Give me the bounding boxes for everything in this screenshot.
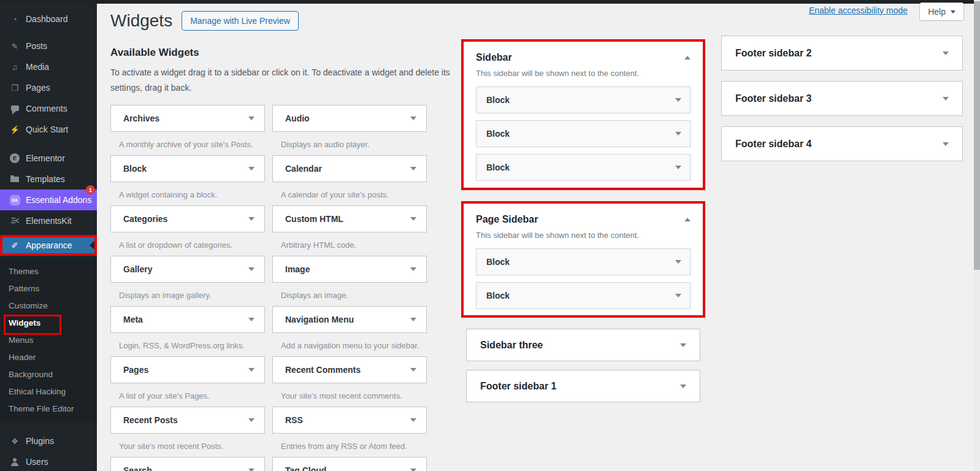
block-widget[interactable]: Block — [476, 282, 691, 309]
submenu-item-themes[interactable]: Themes — [0, 262, 97, 280]
widget-description: Displays an image gallery. — [119, 291, 265, 300]
widget-card-audio[interactable]: Audio — [272, 105, 427, 132]
submenu-item-patterns[interactable]: Patterns — [0, 280, 97, 297]
widget-card-custom-html[interactable]: Custom HTML — [272, 205, 427, 232]
block-widget[interactable]: Block — [476, 120, 691, 147]
chevron-down-icon[interactable] — [410, 117, 416, 120]
admin-sidebar: ◔ Dashboard ✎ Posts ♫ Media ❐ Pages Comm… — [0, 0, 97, 471]
widget-card-navigation-menu[interactable]: Navigation Menu — [272, 306, 427, 333]
widget-description: Your site's most recent Posts. — [119, 442, 265, 451]
chevron-down-icon[interactable] — [675, 132, 681, 136]
sidebar-item-essential-addons[interactable]: EA Essential Addons 1 — [0, 190, 97, 210]
widget-card-pages[interactable]: Pages — [110, 356, 265, 383]
sidebar-item-elementor[interactable]: E Elementor — [0, 148, 97, 169]
widget-description: A widget containing a block. — [119, 190, 265, 199]
scrollbar-track — [974, 0, 980, 471]
widget-name: Recent Posts — [123, 415, 178, 425]
sidebar-area-panel-collapsed[interactable]: Footer sidebar 3 — [721, 81, 963, 116]
chevron-down-icon[interactable] — [410, 217, 416, 221]
manage-live-preview-button[interactable]: Manage with Live Preview — [182, 11, 299, 31]
sidebar-item-appearance[interactable]: ✐ Appearance — [0, 235, 97, 256]
widget-card-categories[interactable]: Categories — [110, 205, 265, 232]
media-icon: ♫ — [9, 63, 20, 72]
widget-card-search[interactable]: Search — [110, 457, 265, 471]
scrollbar-thumb[interactable] — [974, 1, 980, 270]
widget-name: Gallery — [123, 264, 152, 274]
notification-badge: 1 — [86, 185, 95, 194]
sidebar-item-label: Essential Addons — [26, 195, 91, 205]
page-sidebar-panel-highlighted: Page Sidebar This sidebar will be shown … — [461, 201, 705, 318]
sidebar-item-users[interactable]: Users — [0, 451, 97, 471]
sidebar-item-templates[interactable]: Templates — [0, 169, 97, 190]
chevron-down-icon[interactable] — [410, 368, 416, 372]
chevron-down-icon[interactable] — [248, 368, 255, 372]
chevron-down-icon[interactable] — [410, 267, 416, 271]
submenu-item-background[interactable]: Background — [0, 366, 97, 383]
chevron-down-icon[interactable] — [248, 469, 255, 471]
chevron-down-icon[interactable] — [680, 385, 686, 388]
widget-card-image[interactable]: Image — [272, 256, 427, 283]
chevron-down-icon[interactable] — [248, 217, 255, 221]
submenu-label: Themes — [9, 267, 39, 276]
chevron-down-icon[interactable] — [675, 294, 681, 297]
submenu-item-widgets[interactable]: Widgets — [0, 314, 97, 331]
submenu-item-ethical-hacking[interactable]: Ethical Hacking — [0, 383, 97, 400]
sidebar-item-media[interactable]: ♫ Media — [0, 56, 97, 77]
chevron-down-icon[interactable] — [248, 117, 255, 120]
block-widget[interactable]: Block — [476, 154, 691, 181]
sidebar-item-label: Templates — [26, 174, 65, 184]
chevron-down-icon[interactable] — [943, 97, 949, 101]
chevron-up-icon[interactable] — [684, 56, 691, 59]
chevron-down-icon[interactable] — [675, 260, 681, 264]
chevron-down-icon[interactable] — [410, 318, 416, 321]
submenu-item-menus[interactable]: Menus — [0, 331, 97, 348]
submenu-item-customize[interactable]: Customize — [0, 297, 97, 314]
chevron-down-icon[interactable] — [410, 418, 416, 422]
enable-accessibility-mode-link[interactable]: Enable accessibility mode — [809, 6, 908, 15]
sidebar-item-label: Users — [26, 457, 48, 467]
sidebar-area-panel-collapsed[interactable]: Footer sidebar 4 — [721, 126, 963, 161]
sidebar-item-elementskit[interactable]: Ξ< ElementsKit — [0, 210, 97, 231]
sidebar-item-quick-start[interactable]: ⚡ Quick Start — [0, 119, 97, 140]
chevron-down-icon[interactable] — [943, 142, 949, 146]
block-widget[interactable]: Block — [476, 248, 691, 275]
widget-card-rss[interactable]: RSS — [272, 407, 427, 434]
widget-card-gallery[interactable]: Gallery — [110, 256, 265, 283]
chevron-up-icon[interactable] — [684, 218, 691, 221]
widget-card-calendar[interactable]: Calendar — [272, 155, 427, 182]
widget-card-recent-comments[interactable]: Recent Comments — [272, 356, 427, 383]
chevron-down-icon[interactable] — [675, 166, 681, 169]
chevron-down-icon[interactable] — [680, 343, 686, 347]
sidebar-area-panel-collapsed[interactable]: Footer sidebar 2 — [721, 36, 963, 71]
submenu-label: Menus — [9, 335, 34, 345]
chevron-down-icon[interactable] — [410, 469, 416, 471]
widget-description: Your site's most recent comments. — [281, 391, 427, 400]
sidebar-item-comments[interactable]: Comments — [0, 98, 97, 119]
chevron-down-icon[interactable] — [248, 318, 255, 321]
chevron-down-icon[interactable] — [410, 167, 416, 170]
widget-card-block[interactable]: Block — [110, 155, 265, 182]
sidebar-item-plugins[interactable]: ❖ Plugins — [0, 431, 97, 451]
sidebar-area-title: Footer sidebar 3 — [735, 93, 811, 104]
submenu-item-theme-file-editor[interactable]: Theme File Editor — [0, 400, 97, 417]
sidebar-item-dashboard[interactable]: ◔ Dashboard — [0, 9, 97, 29]
chevron-down-icon[interactable] — [248, 418, 255, 422]
chevron-down-icon[interactable] — [943, 52, 949, 55]
help-button[interactable]: Help — [919, 2, 964, 21]
sidebar-area-panel-collapsed[interactable]: Sidebar three — [466, 329, 700, 361]
widget-card-archives[interactable]: Archives — [110, 105, 265, 132]
chevron-down-icon[interactable] — [248, 267, 255, 271]
sidebar-area-description: This sidebar will be shown next to the c… — [476, 69, 691, 78]
chevron-down-icon[interactable] — [675, 98, 681, 102]
submenu-item-header[interactable]: Header — [0, 348, 97, 366]
block-widget[interactable]: Block — [476, 86, 691, 113]
widget-card-tag-cloud[interactable]: Tag Cloud — [272, 457, 427, 471]
sidebar-item-posts[interactable]: ✎ Posts — [0, 36, 97, 56]
sidebar-item-pages[interactable]: ❐ Pages — [0, 77, 97, 98]
widget-card-meta[interactable]: Meta — [110, 306, 265, 333]
widget-description: A monthly archive of your site's Posts. — [119, 140, 265, 149]
widget-card-recent-posts[interactable]: Recent Posts — [110, 407, 265, 434]
chevron-down-icon — [951, 10, 955, 13]
chevron-down-icon[interactable] — [248, 167, 255, 170]
sidebar-area-panel-collapsed[interactable]: Footer sidebar 1 — [466, 370, 700, 402]
